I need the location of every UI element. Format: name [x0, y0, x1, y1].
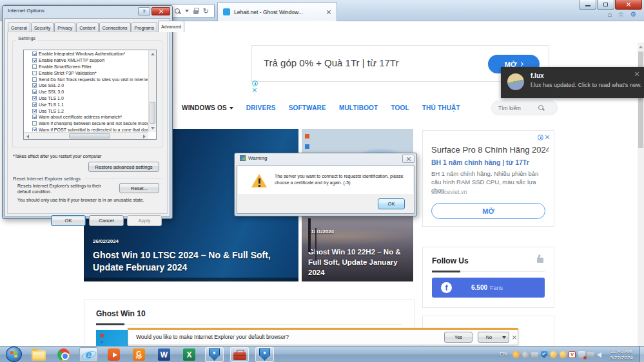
dialog-close-button[interactable] [151, 7, 170, 15]
search-icon[interactable] [175, 8, 181, 14]
dialog-titlebar[interactable]: Internet Options [8, 8, 44, 14]
checkbox-checked[interactable] [32, 96, 37, 100]
nav-item-tool[interactable]: TOOL [391, 104, 409, 111]
settings-item[interactable]: Warn if POST submittal is redirected to … [24, 127, 148, 131]
internet-options-dialog[interactable]: Internet Options ? GeneralSecurityPrivac… [2, 5, 173, 219]
checkbox-checked[interactable] [32, 52, 37, 56]
advanced-settings-listbox[interactable]: Enable Integrated Windows Authentication… [23, 50, 157, 140]
restore-advanced-settings-button[interactable]: Restore advanced settings [88, 162, 159, 172]
ad-choices[interactable] [538, 135, 549, 140]
settings-item[interactable]: Enable Strict P3P Validation* [24, 70, 148, 76]
help-button[interactable]: ? [138, 7, 150, 15]
settings-item[interactable]: Use TLS 1.1 [24, 101, 148, 108]
checkbox-unchecked[interactable] [32, 71, 37, 75]
refresh-icon[interactable]: ↻ [203, 8, 209, 15]
checkbox-checked[interactable] [32, 90, 37, 94]
settings-tool-icon[interactable] [522, 351, 529, 358]
featured-post-2[interactable]: 21/01/2024 Ghost Win 10 22H2 – No & Full… [302, 214, 413, 281]
nav-item-windows-os[interactable]: WINDOWS OS [182, 104, 233, 111]
search-input[interactable] [492, 105, 538, 111]
checkbox-unchecked[interactable] [32, 64, 37, 69]
tab-connections[interactable]: Connections [99, 23, 131, 32]
ok-button[interactable]: OK [51, 215, 86, 226]
cancel-button[interactable]: Cancel [89, 215, 124, 226]
language-indicator[interactable]: EN [500, 351, 507, 357]
reset-button[interactable]: Reset... [119, 183, 159, 193]
search-icon[interactable] [538, 105, 544, 111]
volume-icon[interactable] [597, 352, 601, 357]
tab-general[interactable]: General [8, 23, 30, 32]
favorites-star-icon[interactable]: ☆ [618, 10, 624, 19]
checkbox-checked[interactable] [32, 128, 37, 131]
printer-icon[interactable] [531, 352, 538, 358]
checkbox-checked[interactable] [32, 115, 37, 119]
toast-close-icon[interactable] [634, 71, 639, 76]
tab-security[interactable]: Security [31, 23, 54, 32]
settings-item[interactable]: Warn about certificate address mismatch* [24, 114, 148, 120]
settings-item[interactable]: Use TLS 1.2 [24, 108, 148, 114]
sun-icon-2[interactable] [560, 351, 567, 358]
display-icon[interactable] [587, 352, 594, 357]
unikey-arrow-icon[interactable] [512, 350, 520, 358]
post-title[interactable]: Ghost Win 10 22H2 – No & Full Soft, Upda… [308, 247, 411, 278]
settings-gear-icon[interactable]: ⚙ [630, 10, 636, 19]
settings-item[interactable]: Use SSL 3.0 [24, 89, 148, 95]
tab-close-icon[interactable] [326, 10, 331, 15]
no-dropdown-button[interactable] [500, 332, 509, 343]
ad-close-icon[interactable] [545, 135, 549, 139]
sidebar-ad[interactable]: Surface Pro 8 Chính Hãng 2024 BH 1 năm c… [422, 130, 554, 227]
warning-dialog[interactable]: Warning The server you want to connect t… [234, 153, 417, 216]
scroll-up-icon[interactable] [151, 53, 155, 55]
ad-heading[interactable]: Surface Pro 8 Chính Hãng 2024 [431, 145, 549, 155]
maximize-button[interactable] [597, 0, 614, 10]
nav-item-multiboot[interactable]: MULTIBOOT [339, 104, 378, 111]
settings-item[interactable]: Use SSL 2.0 [24, 82, 148, 89]
checkbox-checked[interactable] [32, 109, 37, 113]
settings-item[interactable]: Send Do Not Track requests to sites you … [24, 76, 148, 82]
flux-notification[interactable]: f.lux f.lux has updated. Click to read w… [501, 67, 644, 98]
close-button[interactable] [615, 0, 642, 10]
tab-privacy[interactable]: Privacy [54, 23, 75, 32]
scroll-up-icon[interactable] [639, 46, 643, 48]
no-button[interactable]: No [478, 332, 500, 343]
ad-info-icon[interactable] [538, 135, 543, 140]
ok-button[interactable]: OK [378, 198, 405, 209]
settings-item[interactable]: Enable SmartScreen Filter [24, 64, 148, 70]
ad-close-icon[interactable] [252, 88, 257, 92]
settings-item[interactable]: Warn if changing between secure and not … [24, 120, 148, 127]
settings-item[interactable]: Enable Integrated Windows Authentication… [24, 51, 148, 57]
start-button[interactable] [6, 347, 22, 362]
v-app-icon[interactable]: V [569, 351, 576, 358]
minimize-button[interactable] [579, 0, 596, 10]
scroll-left-icon[interactable] [26, 135, 29, 138]
checkbox-checked[interactable] [32, 83, 37, 88]
list-horizontal-scrollbar[interactable] [24, 132, 148, 139]
ad-info-icon[interactable] [252, 81, 258, 86]
post-title[interactable]: Ghost Win 10 LTSC 2024 – No & Full Soft,… [93, 249, 286, 274]
site-search[interactable] [491, 100, 558, 115]
dialog-titlebar[interactable]: Warning [240, 155, 268, 161]
ad-open-button[interactable]: MỞ [431, 203, 545, 219]
network-error-icon[interactable] [578, 351, 585, 358]
taskbar-toolbox-app[interactable] [227, 347, 252, 362]
dialog-close-button[interactable] [402, 155, 415, 163]
taskbar-google-chrome[interactable] [51, 347, 76, 362]
scrollbar-thumb[interactable] [150, 102, 155, 124]
taskbar-excel[interactable]: X [177, 347, 202, 362]
tab-content[interactable]: Content [76, 23, 99, 32]
taskbar-windows-explorer[interactable] [26, 347, 51, 362]
taskbar-shield-app-2[interactable] [252, 347, 277, 362]
settings-item[interactable]: Enable native XMLHTTP support [24, 57, 148, 64]
taskbar-shield-app-1[interactable] [202, 347, 227, 362]
list-vertical-scrollbar[interactable] [148, 50, 156, 132]
scrollbar-thumb[interactable] [638, 52, 643, 148]
checkbox-checked[interactable] [32, 102, 37, 107]
settings-item[interactable]: Use TLS 1.0 [24, 95, 148, 102]
yes-button[interactable]: Yes [444, 332, 473, 343]
taskbar-clock[interactable]: 10:40 AM 3/27/2024 [605, 348, 638, 361]
ad-choices[interactable] [252, 81, 258, 92]
browser-tab[interactable]: Lehait.net - Ghost Window... [217, 2, 337, 21]
nav-item-th-thu-t[interactable]: THỦ THUẬT [422, 104, 460, 111]
taskbar-g-pop-app[interactable]: GPOP [126, 347, 151, 362]
tab-advanced[interactable]: Advanced [158, 21, 184, 32]
